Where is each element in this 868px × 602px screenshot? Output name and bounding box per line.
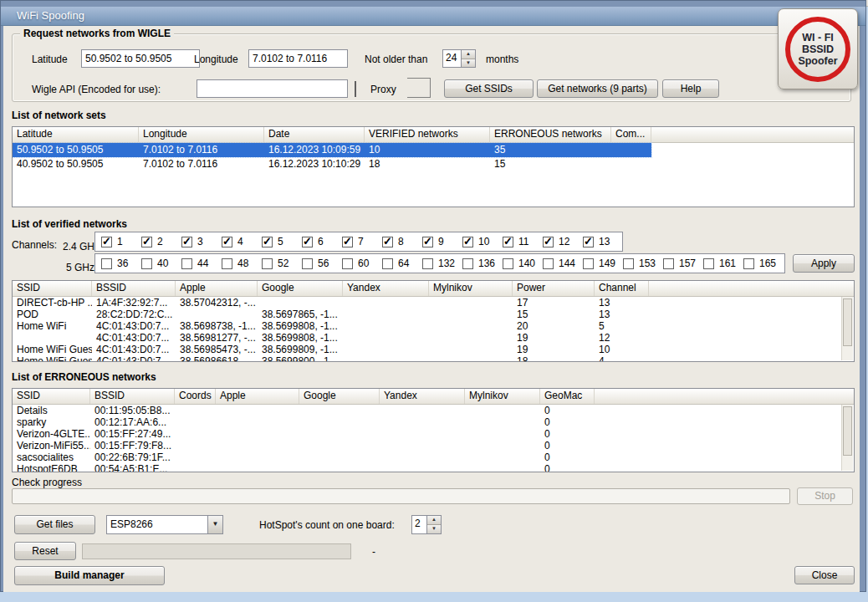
channel-checkbox[interactable] bbox=[462, 258, 473, 269]
vertical-scrollbar[interactable] bbox=[841, 405, 853, 471]
channel-checkbox[interactable] bbox=[342, 237, 353, 247]
channel-checkbox[interactable] bbox=[503, 258, 513, 269]
vertical-scrollbar[interactable] bbox=[841, 297, 853, 360]
column-header[interactable]: Yandex bbox=[343, 281, 429, 296]
column-header[interactable]: Apple bbox=[176, 281, 258, 296]
channel-checkbox[interactable] bbox=[262, 258, 273, 269]
channel-checkbox[interactable] bbox=[543, 237, 554, 247]
column-header[interactable]: Channel bbox=[595, 281, 649, 296]
column-header[interactable]: Coords bbox=[175, 389, 216, 404]
table-row[interactable]: Home WiFi Guest4C:01:43:D0:7...38.569854… bbox=[13, 344, 649, 355]
table-row[interactable]: Home WiFi Guest4C:01:43:D0:7...38.569866… bbox=[13, 355, 649, 362]
column-header[interactable]: BSSID bbox=[90, 389, 175, 404]
channel-checkbox[interactable] bbox=[302, 237, 313, 247]
channel-checkbox[interactable] bbox=[663, 258, 674, 269]
channel-checkbox[interactable] bbox=[503, 237, 513, 247]
channel-checkbox[interactable] bbox=[382, 258, 393, 269]
column-header[interactable]: Com... bbox=[611, 127, 651, 142]
column-header[interactable]: Mylnikov bbox=[465, 389, 540, 404]
spinner-up-icon[interactable]: ▲ bbox=[427, 516, 441, 525]
longitude-input[interactable]: 7.0102 to 7.0116 bbox=[248, 49, 348, 68]
channel-checkbox[interactable] bbox=[222, 237, 232, 247]
channel-checkbox[interactable] bbox=[422, 237, 433, 247]
table-row[interactable]: sacsocialites00:22:6B:79:1F...0 bbox=[13, 452, 595, 463]
channel-checkbox[interactable] bbox=[623, 258, 634, 269]
channel-checkbox[interactable] bbox=[141, 258, 152, 269]
reset-progress-bar bbox=[82, 543, 351, 559]
channel-checkbox[interactable] bbox=[101, 258, 112, 269]
months-spinner[interactable]: 24 ▲ ▼ bbox=[442, 49, 476, 68]
get-networks-button[interactable]: Get networks (9 parts) bbox=[537, 79, 658, 98]
board-select[interactable]: ESP8266 ▼ bbox=[106, 515, 223, 534]
channel-checkbox[interactable] bbox=[583, 237, 594, 247]
channel-checkbox[interactable] bbox=[101, 237, 112, 247]
channel-checkbox[interactable] bbox=[222, 258, 232, 269]
channel-checkbox[interactable] bbox=[743, 258, 754, 269]
column-header[interactable]: BSSID bbox=[92, 281, 176, 296]
channel-checkbox[interactable] bbox=[543, 258, 554, 269]
channel-checkbox[interactable] bbox=[342, 258, 353, 269]
column-header[interactable]: ERRONEOUS networks bbox=[490, 127, 611, 142]
column-header[interactable]: Mylnikov bbox=[429, 281, 513, 296]
table-row[interactable]: HotspotE6DB00:54:A5:B1:E...0 bbox=[13, 463, 595, 472]
table-row[interactable]: Verizon-MiFi55...00:15:FF:79:F8...0 bbox=[13, 440, 595, 452]
proxy-checkbox[interactable] bbox=[355, 81, 356, 97]
column-header[interactable]: Apple bbox=[216, 389, 299, 404]
apply-button[interactable]: Apply bbox=[793, 254, 855, 273]
get-ssids-button[interactable]: Get SSIDs bbox=[444, 79, 534, 98]
channel-checkbox[interactable] bbox=[703, 258, 714, 269]
table-row[interactable]: 40.9502 to 50.95057.0102 to 7.011616.12.… bbox=[13, 157, 651, 171]
column-header[interactable]: Date bbox=[264, 127, 365, 142]
build-manager-button[interactable]: Build manager bbox=[14, 566, 165, 585]
channel-checkbox[interactable] bbox=[181, 237, 192, 247]
table-row[interactable]: Details00:11:95:05:B8...0 bbox=[13, 405, 595, 416]
table-row[interactable]: sparky00:12:17:AA:6...0 bbox=[13, 416, 595, 428]
scrollbar-thumb[interactable] bbox=[843, 298, 852, 346]
table-row[interactable]: Home WiFi4C:01:43:D0:7...38.5698738, -1.… bbox=[13, 320, 649, 332]
title-bar[interactable]: WiFi Spoofing bbox=[1, 7, 865, 26]
table-cell bbox=[299, 452, 380, 463]
column-header[interactable]: Latitude bbox=[13, 127, 139, 142]
latitude-input[interactable]: 50.9502 to 50.9505 bbox=[81, 49, 200, 68]
scrollbar-thumb[interactable] bbox=[843, 406, 852, 456]
table-row[interactable]: 4C:01:43:D0:7...38.56981277, -...38.5699… bbox=[13, 332, 649, 344]
channel-checkbox[interactable] bbox=[583, 258, 594, 269]
reset-button[interactable]: Reset bbox=[14, 542, 76, 560]
channel-checkbox[interactable] bbox=[181, 258, 192, 269]
column-header[interactable]: Google bbox=[299, 389, 380, 404]
spinner-down-icon[interactable]: ▼ bbox=[427, 525, 441, 533]
help-button[interactable]: Help bbox=[662, 79, 719, 98]
table-row[interactable]: DIRECT-cb-HP ...1A:4F:32:92:7...38.57042… bbox=[13, 297, 649, 309]
channel-checkbox[interactable] bbox=[422, 258, 433, 269]
column-header[interactable]: VERIFIED networks bbox=[365, 127, 490, 142]
channel-checkbox[interactable] bbox=[382, 237, 393, 247]
longitude-label: Longitude bbox=[194, 54, 238, 65]
get-files-button[interactable]: Get files bbox=[14, 515, 95, 534]
column-header[interactable]: SSID bbox=[13, 281, 92, 296]
table-row[interactable]: Verizon-4GLTE...00:15:FF:27:49...0 bbox=[13, 428, 595, 440]
stop-button[interactable]: Stop bbox=[797, 487, 853, 505]
column-header[interactable]: Longitude bbox=[139, 127, 264, 142]
hotspot-count-value[interactable]: 2 bbox=[411, 515, 426, 534]
channel-checkbox[interactable] bbox=[141, 237, 152, 247]
column-header[interactable]: SSID bbox=[13, 389, 90, 404]
table-cell: Home WiFi bbox=[13, 320, 92, 332]
months-spinner-value[interactable]: 24 bbox=[442, 49, 461, 68]
table-row[interactable]: 50.9502 to 50.95057.0102 to 7.011616.12.… bbox=[13, 143, 651, 157]
spinner-down-icon[interactable]: ▼ bbox=[462, 59, 475, 68]
column-header[interactable]: Yandex bbox=[380, 389, 465, 404]
close-button[interactable]: Close bbox=[794, 566, 855, 584]
combo-dropdown-icon[interactable]: ▼ bbox=[207, 516, 222, 533]
spinner-up-icon[interactable]: ▲ bbox=[462, 50, 475, 59]
channel-checkbox[interactable] bbox=[262, 237, 273, 247]
hotspot-count-spinner[interactable]: 2 ▲ ▼ bbox=[411, 515, 442, 534]
column-header[interactable]: Google bbox=[258, 281, 343, 296]
wigle-api-input[interactable] bbox=[197, 79, 348, 98]
table-cell bbox=[299, 405, 380, 416]
column-header[interactable]: Power bbox=[513, 281, 595, 296]
erroneous-title: List of ERRONEOUS networks bbox=[12, 371, 156, 383]
channel-checkbox[interactable] bbox=[302, 258, 313, 269]
column-header[interactable]: GeoMac bbox=[540, 389, 595, 404]
channel-checkbox[interactable] bbox=[462, 237, 473, 247]
table-row[interactable]: POD28:C2:DD:72:C...38.5697865, -1...1513 bbox=[13, 309, 649, 320]
